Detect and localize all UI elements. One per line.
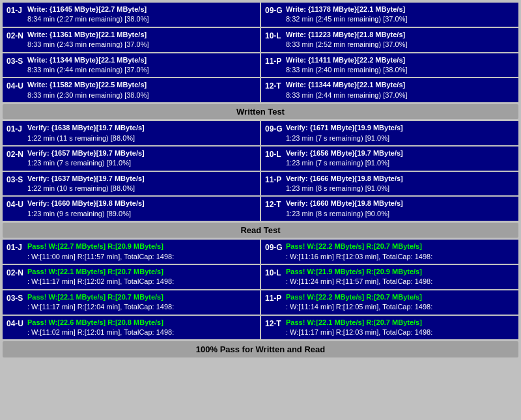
cell-04u: 04-UWrite: {11582 MByte}[22.5 MByte/s]8:… — [3, 78, 260, 102]
cell-line2: 8:33 min (2:44 min remaining) [37.0%] — [27, 65, 256, 75]
cell-line1: Pass! W:[21.9 MByte/s] R:[20.9 MByte/s] — [286, 267, 514, 277]
cell-line1: Verify: {1660 MByte}[19.8 MByte/s] — [286, 199, 514, 208]
cell-line1: Write: {11582 MByte}[22.5 MByte/s] — [27, 80, 256, 90]
cell-12t: 12-TWrite: {11344 MByte}[22.1 MByte/s]8:… — [261, 78, 518, 102]
cell-12t: 12-TVerify: {1660 MByte}[19.8 MByte/s]1:… — [261, 197, 518, 221]
cell-label: 02-N — [7, 148, 25, 159]
cell-line1: Write: {11344 MByte}[22.1 MByte/s] — [286, 80, 514, 90]
cell-line2: : W:[11:17 min] R:[12:04 min], TotalCap:… — [27, 302, 256, 312]
verify-section: 01-JVerify: {1638 MByte}[19.7 MByte/s]1:… — [3, 121, 518, 221]
cell-line1: Verify: {1638 MByte}[19.7 MByte/s] — [27, 123, 256, 133]
cell-11p: 11-PPass! W:[22.2 MByte/s] R:[20.7 MByte… — [261, 290, 518, 315]
cell-09g: 09-GWrite: {11378 MByte}[22.1 MByte/s]8:… — [261, 3, 518, 27]
cell-label: 04-U — [7, 318, 25, 328]
cell-line2: 1:23 min (7 s remaining) [91.0%] — [286, 133, 514, 143]
cell-line2: : W:[11:02 min] R:[12:01 min], TotalCap:… — [27, 328, 256, 337]
cell-label: 03-S — [7, 292, 25, 303]
cell-label: 11-P — [265, 174, 283, 184]
cell-label: 01-J — [7, 5, 25, 15]
cell-line1: Verify: {1671 MByte}[19.9 MByte/s] — [286, 123, 514, 133]
write-section: 01-JWrite: {11645 MByte}[22.7 MByte/s]8:… — [3, 3, 518, 119]
cell-line2: 1:23 min (8 s remaining) [91.0%] — [286, 184, 514, 193]
read-header: Read Test — [3, 223, 518, 238]
cell-line1: Write: {11223 MByte}[21.8 MByte/s] — [286, 30, 514, 40]
cell-12t: 12-TPass! W:[22.1 MByte/s] R:[20.7 MByte… — [261, 316, 518, 340]
write-grid: 01-JWrite: {11645 MByte}[22.7 MByte/s]8:… — [3, 3, 518, 102]
cell-line2: 8:33 min (2:43 min remaining) [37.0%] — [27, 40, 256, 49]
cell-03s: 03-SVerify: {1637 MByte}[19.7 MByte/s]1:… — [3, 172, 260, 196]
cell-line2: 8:33 min (2:30 min remaining) [38.0%] — [27, 91, 256, 100]
footer-status: 100% Pass for Written and Read — [3, 341, 518, 357]
read-section: 01-JPass! W:[22.7 MByte/s] R:[20.9 MByte… — [3, 240, 518, 339]
cell-02n: 02-NVerify: {1657 MByte}[19.7 MByte/s]1:… — [3, 147, 260, 171]
cell-label: 02-N — [7, 30, 25, 40]
cell-line1: Write: {11378 MByte}[22.1 MByte/s] — [286, 5, 514, 14]
cell-01j: 01-JVerify: {1638 MByte}[19.7 MByte/s]1:… — [3, 121, 260, 145]
cell-line1: Write: {11411 MByte}[22.2 MByte/s] — [286, 55, 514, 65]
cell-line2: : W:[11:17 min] R:[12:02 min], TotalCap:… — [27, 277, 256, 287]
cell-label: 09-G — [265, 123, 283, 133]
cell-10l: 10-LWrite: {11223 MByte}[21.8 MByte/s]8:… — [261, 28, 518, 52]
cell-label: 04-U — [7, 80, 25, 91]
cell-04u: 04-UPass! W:[22.6 MByte/s] R:[20.8 MByte… — [3, 316, 260, 340]
cell-line2: 1:23 min (7 s remaining) [91.0%] — [286, 158, 514, 168]
cell-label: 09-G — [265, 5, 283, 15]
cell-09g: 09-GVerify: {1671 MByte}[19.9 MByte/s]1:… — [261, 121, 518, 145]
cell-label: 04-U — [7, 199, 25, 209]
cell-10l: 10-LPass! W:[21.9 MByte/s] R:[20.9 MByte… — [261, 265, 518, 289]
main-container: 01-JWrite: {11645 MByte}[22.7 MByte/s]8:… — [0, 0, 521, 360]
cell-label: 10-L — [265, 30, 283, 40]
cell-line2: 1:22 min (10 s remaining) [88.0%] — [27, 184, 256, 193]
cell-label: 10-L — [265, 267, 283, 277]
cell-line2: 1:23 min (9 s remaining) [89.0%] — [27, 209, 256, 219]
cell-label: 09-G — [265, 242, 283, 252]
cell-11p: 11-PVerify: {1666 MByte}[19.8 MByte/s]1:… — [261, 172, 518, 196]
cell-line1: Verify: {1660 MByte}[19.8 MByte/s] — [27, 199, 256, 208]
cell-line1: Pass! W:[22.2 MByte/s] R:[20.7 MByte/s] — [286, 242, 514, 251]
cell-line1: Verify: {1657 MByte}[19.7 MByte/s] — [27, 148, 256, 158]
verify-grid: 01-JVerify: {1638 MByte}[19.7 MByte/s]1:… — [3, 121, 518, 221]
cell-label: 02-N — [7, 267, 25, 277]
write-header: Written Test — [3, 104, 518, 119]
read-grid: 01-JPass! W:[22.7 MByte/s] R:[20.9 MByte… — [3, 240, 518, 339]
cell-09g: 09-GPass! W:[22.2 MByte/s] R:[20.7 MByte… — [261, 240, 518, 264]
cell-label: 11-P — [265, 55, 283, 66]
cell-line1: Write: {11361 MByte}[22.1 MByte/s] — [27, 30, 256, 40]
cell-line1: Pass! W:[22.2 MByte/s] R:[20.7 MByte/s] — [286, 292, 514, 302]
cell-line2: : W:[11:00 min] R:[11:57 min], TotalCap:… — [27, 252, 256, 262]
cell-04u: 04-UVerify: {1660 MByte}[19.8 MByte/s]1:… — [3, 197, 260, 221]
cell-label: 12-T — [265, 80, 283, 91]
cell-line1: Verify: {1637 MByte}[19.7 MByte/s] — [27, 174, 256, 184]
cell-line2: : W:[11:24 min] R:[11:57 min], TotalCap:… — [286, 277, 514, 287]
cell-label: 12-T — [265, 318, 283, 328]
cell-line1: Verify: {1656 MByte}[19.7 MByte/s] — [286, 148, 514, 158]
cell-line2: 1:22 min (11 s remaining) [88.0%] — [27, 133, 256, 143]
cell-line2: 8:33 min (2:52 min remaining) [37.0%] — [286, 40, 514, 49]
cell-11p: 11-PWrite: {11411 MByte}[22.2 MByte/s]8:… — [261, 53, 518, 77]
cell-10l: 10-LVerify: {1656 MByte}[19.7 MByte/s]1:… — [261, 147, 518, 171]
cell-line2: 8:34 min (2:27 min remaining) [38.0%] — [27, 14, 256, 24]
cell-line1: Pass! W:[22.1 MByte/s] R:[20.7 MByte/s] — [286, 318, 514, 328]
cell-line1: Write: {11645 MByte}[22.7 MByte/s] — [27, 5, 256, 14]
cell-line2: 8:32 min (2:45 min remaining) [37.0%] — [286, 14, 514, 24]
cell-label: 01-J — [7, 242, 25, 252]
cell-01j: 01-JWrite: {11645 MByte}[22.7 MByte/s]8:… — [3, 3, 260, 27]
cell-label: 03-S — [7, 55, 25, 66]
cell-line2: : W:[11:14 min] R:[12:05 min], TotalCap:… — [286, 302, 514, 312]
cell-line2: : W:[11:17 min] R:[12:03 min], TotalCap:… — [286, 328, 514, 337]
cell-line1: Pass! W:[22.6 MByte/s] R:[20.8 MByte/s] — [27, 318, 256, 328]
cell-02n: 02-NWrite: {11361 MByte}[22.1 MByte/s]8:… — [3, 28, 260, 52]
cell-01j: 01-JPass! W:[22.7 MByte/s] R:[20.9 MByte… — [3, 240, 260, 264]
cell-line1: Pass! W:[22.7 MByte/s] R:[20.9 MByte/s] — [27, 242, 256, 251]
cell-line1: Verify: {1666 MByte}[19.8 MByte/s] — [286, 174, 514, 184]
cell-line1: Pass! W:[22.1 MByte/s] R:[20.7 MByte/s] — [27, 292, 256, 302]
cell-label: 12-T — [265, 199, 283, 209]
cell-line1: Write: {11344 MByte}[22.1 MByte/s] — [27, 55, 256, 65]
cell-line2: 1:23 min (8 s remaining) [90.0%] — [286, 209, 514, 219]
cell-03s: 03-SPass! W:[22.1 MByte/s] R:[20.7 MByte… — [3, 290, 260, 315]
cell-label: 03-S — [7, 174, 25, 184]
cell-label: 01-J — [7, 123, 25, 133]
cell-line2: 8:33 min (2:44 min remaining) [37.0%] — [286, 91, 514, 100]
cell-label: 10-L — [265, 148, 283, 159]
cell-03s: 03-SWrite: {11344 MByte}[22.1 MByte/s]8:… — [3, 53, 260, 77]
